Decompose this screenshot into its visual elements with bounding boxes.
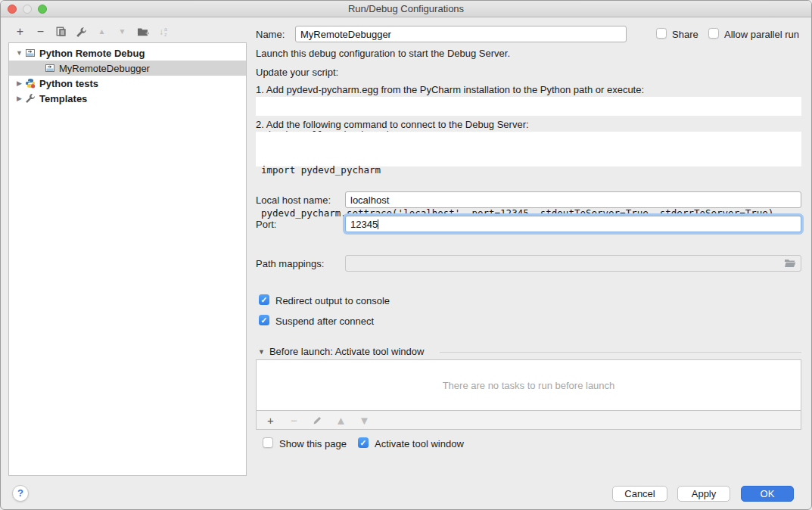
new-folder-icon bbox=[137, 26, 149, 37]
apply-button[interactable]: Apply bbox=[677, 486, 730, 502]
check-icon: ✓ bbox=[261, 316, 268, 325]
path-mappings-input[interactable] bbox=[345, 255, 801, 272]
move-task-down-button[interactable]: ▼ bbox=[358, 413, 371, 427]
expand-arrow-icon[interactable]: ▼ bbox=[14, 49, 24, 57]
move-task-up-button[interactable]: ▲ bbox=[334, 413, 347, 427]
step2-text: 2. Add the following command to connect … bbox=[256, 119, 529, 130]
tasks-toolbar: + − ▲ ▼ bbox=[257, 410, 801, 429]
share-checkbox[interactable] bbox=[656, 28, 667, 39]
name-input[interactable] bbox=[295, 26, 627, 42]
wrench-icon bbox=[76, 26, 87, 38]
activate-tool-window-checkbox[interactable]: ✓ bbox=[358, 437, 369, 448]
name-label: Name: bbox=[256, 29, 285, 40]
before-launch-title: Before launch: Activate tool window bbox=[269, 346, 425, 357]
tree-item-python-remote-debug[interactable]: ▼ Python Remote Debug bbox=[9, 45, 246, 61]
move-up-icon: ▲ bbox=[335, 415, 347, 426]
add-icon: + bbox=[267, 415, 274, 426]
tree-item-templates[interactable]: ▶ Templates bbox=[9, 91, 246, 106]
run-debug-configurations-dialog: Run/Debug Configurations + − ▲ ▼ ↓ az ▼ … bbox=[0, 0, 812, 510]
help-button[interactable]: ? bbox=[12, 485, 29, 502]
collapse-arrow-icon[interactable]: ▶ bbox=[14, 95, 24, 102]
redirect-output-label: Redirect output to console bbox=[275, 295, 390, 306]
tree-item-myremotedebugger[interactable]: MyRemoteDebugger bbox=[9, 61, 246, 76]
config-toolbar: + − ▲ ▼ ↓ az bbox=[14, 24, 170, 39]
edit-task-button[interactable] bbox=[311, 413, 324, 427]
move-up-button[interactable]: ▲ bbox=[95, 25, 108, 39]
pencil-icon bbox=[313, 415, 322, 425]
move-down-icon: ▼ bbox=[359, 415, 370, 426]
edit-configuration-button[interactable] bbox=[75, 25, 88, 39]
collapse-section-icon[interactable]: ▼ bbox=[258, 348, 265, 356]
settrace-code: import pydevd_pycharm pydevd_pycharm.set… bbox=[256, 132, 801, 166]
remove-icon: − bbox=[291, 415, 297, 426]
open-folder-icon bbox=[784, 258, 797, 269]
browse-path-mappings-button[interactable] bbox=[784, 258, 797, 269]
tree-item-python-tests[interactable]: ▶ Python tests bbox=[9, 76, 246, 91]
new-folder-button[interactable] bbox=[136, 25, 149, 39]
section-divider bbox=[440, 352, 801, 353]
cancel-button[interactable]: Cancel bbox=[612, 486, 667, 502]
before-launch-tasks-panel: There are no tasks to run before launch … bbox=[256, 359, 801, 430]
allow-parallel-run-checkbox[interactable] bbox=[708, 28, 719, 39]
remote-debug-icon bbox=[24, 48, 36, 59]
show-this-page-checkbox[interactable] bbox=[263, 437, 273, 448]
redirect-output-checkbox[interactable]: ✓ bbox=[259, 294, 269, 305]
move-down-button[interactable]: ▼ bbox=[116, 25, 129, 39]
ok-button[interactable]: OK bbox=[741, 486, 794, 502]
remote-debug-icon bbox=[44, 63, 55, 74]
empty-tasks-text: There are no tasks to run before launch bbox=[257, 360, 801, 410]
python-icon bbox=[24, 78, 36, 89]
share-label: Share bbox=[672, 29, 698, 40]
port-input[interactable] bbox=[345, 216, 801, 232]
check-icon: ✓ bbox=[360, 438, 367, 447]
suspend-after-connect-checkbox[interactable]: ✓ bbox=[259, 315, 269, 325]
port-label: Port: bbox=[256, 219, 276, 230]
copy-configuration-button[interactable] bbox=[54, 25, 67, 39]
sort-alpha-icon: ↓ az bbox=[159, 26, 167, 37]
remove-icon: − bbox=[37, 26, 44, 38]
move-up-icon: ▲ bbox=[98, 28, 106, 36]
path-mappings-label: Path mappings: bbox=[256, 258, 324, 269]
question-icon: ? bbox=[17, 487, 23, 499]
pip-install-code: pip install pydevd-pycharm~=191.6605.12 bbox=[256, 97, 801, 116]
close-button[interactable] bbox=[8, 5, 17, 14]
add-configuration-button[interactable]: + bbox=[14, 25, 26, 39]
update-script-text: Update your script: bbox=[256, 67, 338, 78]
local-host-name-label: Local host name: bbox=[256, 194, 331, 206]
remove-configuration-button[interactable]: − bbox=[34, 25, 47, 39]
activate-tool-window-label: Activate tool window bbox=[375, 438, 464, 449]
configuration-form: Name: Share Allow parallel run Launch th… bbox=[256, 1, 801, 510]
add-icon: + bbox=[17, 26, 23, 38]
sort-configurations-button[interactable]: ↓ az bbox=[157, 25, 170, 39]
step1-text: 1. Add pydevd-pycharm.egg from the PyCha… bbox=[256, 84, 644, 95]
configurations-tree: ▼ Python Remote Debug MyRemoteDebugger ▶… bbox=[8, 42, 247, 476]
add-task-button[interactable]: + bbox=[264, 413, 277, 427]
show-this-page-label: Show this page bbox=[279, 438, 347, 449]
minimize-button[interactable] bbox=[23, 5, 32, 14]
description-text: Launch this debug configuration to start… bbox=[256, 48, 510, 59]
allow-parallel-run-label: Allow parallel run bbox=[724, 29, 799, 40]
tree-item-label: Templates bbox=[39, 93, 87, 104]
remove-task-button[interactable]: − bbox=[288, 413, 300, 427]
local-host-name-input[interactable] bbox=[345, 191, 801, 208]
collapse-arrow-icon[interactable]: ▶ bbox=[14, 79, 24, 87]
wrench-icon bbox=[24, 93, 36, 104]
check-icon: ✓ bbox=[261, 295, 268, 304]
copy-icon bbox=[56, 26, 67, 37]
suspend-after-connect-label: Suspend after connect bbox=[275, 316, 374, 327]
tree-item-label: MyRemoteDebugger bbox=[59, 63, 150, 74]
move-down-icon: ▼ bbox=[119, 28, 126, 36]
tree-item-label: Python Remote Debug bbox=[39, 48, 145, 59]
tree-item-label: Python tests bbox=[39, 78, 98, 89]
before-launch-header[interactable]: ▼ Before launch: Activate tool window bbox=[258, 346, 424, 357]
zoom-button[interactable] bbox=[38, 5, 47, 14]
